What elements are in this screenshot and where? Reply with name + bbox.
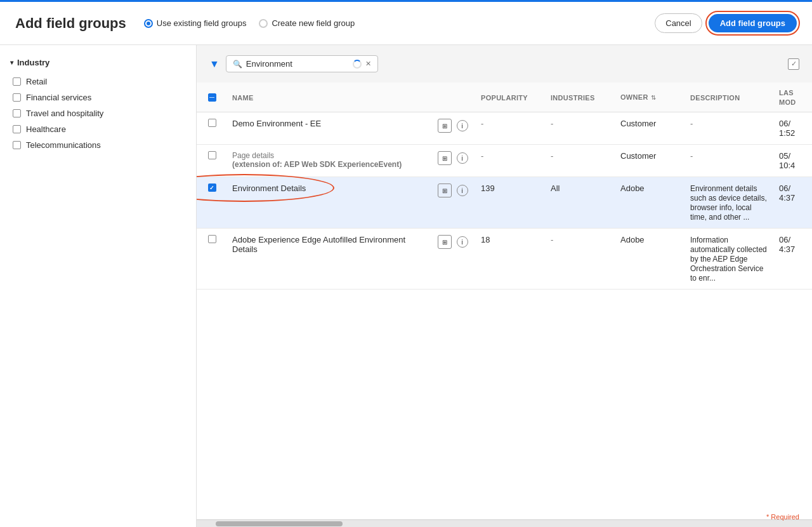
owner-sort-icon[interactable]: ⇅ <box>651 94 656 101</box>
row2-info-icon[interactable]: i <box>457 185 468 196</box>
radio-group: Use existing field groups Create new fie… <box>144 18 655 28</box>
table-row: Page details (extension of: AEP Web SDK … <box>197 145 812 177</box>
sidebar-section-label: Industry <box>17 58 49 67</box>
row2-oval-wrapper <box>208 183 216 192</box>
add-field-groups-button[interactable]: Add field groups <box>709 14 797 32</box>
table-row: Environment Details ⊞ i 139 All Adobe <box>197 177 812 229</box>
row1-last: 05/ 10:4 <box>774 151 812 170</box>
travel-label: Travel and hospitality <box>26 109 103 118</box>
row1-info-icon[interactable]: i <box>457 152 468 164</box>
row3-icons: ⊞ i <box>438 235 476 249</box>
col-description-label: DESCRIPTION <box>690 94 740 102</box>
row1-name-sub: (extension of: AEP Web SDK ExperienceEve… <box>232 160 433 169</box>
row0-icons: ⊞ i <box>438 119 476 133</box>
col-industries-label: INDUSTRIES <box>551 94 595 102</box>
row1-schema-icon[interactable]: ⊞ <box>438 151 452 165</box>
sidebar: ▾ Industry Retail Financial services Tra… <box>0 45 197 527</box>
search-icon: 🔍 <box>233 60 242 69</box>
scrollbar-thumb[interactable] <box>216 521 343 526</box>
row2-checkbox[interactable] <box>208 183 216 192</box>
header-last-col: LAS MOD <box>774 88 812 107</box>
row0-name-col: Demo Environment - EE <box>227 119 438 128</box>
row1-popularity: - <box>476 151 546 161</box>
row0-name: Demo Environment - EE <box>232 119 433 128</box>
sidebar-item-healthcare[interactable]: Healthcare <box>10 121 186 137</box>
retail-checkbox[interactable] <box>13 77 21 86</box>
chevron-down-icon: ▾ <box>10 59 13 66</box>
telecom-checkbox[interactable] <box>13 141 21 149</box>
sidebar-item-telecom[interactable]: Telecommunications <box>10 137 186 153</box>
header-actions: Cancel Add field groups <box>655 13 797 33</box>
row3-check-col <box>197 235 227 243</box>
financial-label: Financial services <box>26 93 91 102</box>
row1-check-col <box>197 151 227 159</box>
travel-checkbox[interactable] <box>13 109 21 117</box>
main-content: ▾ Industry Retail Financial services Tra… <box>0 45 812 527</box>
row0-popularity: - <box>476 119 546 128</box>
radio-new[interactable]: Create new field group <box>259 18 355 28</box>
row0-description: - <box>685 119 774 128</box>
row3-owner: Adobe <box>615 235 685 244</box>
row0-check-col <box>197 119 227 127</box>
row2-name-col: Environment Details <box>227 183 438 193</box>
required-text: * Required <box>766 513 799 521</box>
row3-name-col: Adobe Experience Edge Autofilled Environ… <box>227 235 438 254</box>
row0-checkbox[interactable] <box>208 119 216 127</box>
sidebar-section-industry[interactable]: ▾ Industry <box>10 58 186 67</box>
sidebar-item-financial[interactable]: Financial services <box>10 90 186 105</box>
table-row: Adobe Experience Edge Autofilled Environ… <box>197 229 812 290</box>
header-popularity-col: POPULARITY <box>476 93 546 102</box>
select-all-wrapper <box>788 58 799 70</box>
telecom-label: Telecommunications <box>26 140 101 150</box>
horizontal-scrollbar[interactable] <box>197 519 812 527</box>
retail-label: Retail <box>26 77 47 86</box>
header-check-col <box>197 93 227 102</box>
row1-owner: Customer <box>615 151 685 161</box>
col-name-label: NAME <box>232 94 254 102</box>
right-panel: ▼ 🔍 ✕ NAME <box>197 45 812 527</box>
sidebar-item-retail[interactable]: Retail <box>10 74 186 90</box>
header: Add field groups Use existing field grou… <box>0 2 812 45</box>
row1-checkbox[interactable] <box>208 151 216 159</box>
row2-check-col <box>197 183 227 192</box>
row1-icons: ⊞ i <box>438 151 476 165</box>
radio-existing-circle <box>144 19 153 28</box>
row3-name: Adobe Experience Edge Autofilled Environ… <box>232 235 433 254</box>
search-bar: 🔍 ✕ <box>226 55 378 72</box>
add-button-wrapper: Add field groups <box>709 14 797 32</box>
row2-popularity: 139 <box>476 183 546 193</box>
radio-new-label: Create new field group <box>272 18 355 28</box>
table: NAME POPULARITY INDUSTRIES OWNER ⇅ DESCR… <box>197 83 812 519</box>
header-name-col: NAME <box>227 93 438 102</box>
row2-schema-icon[interactable]: ⊞ <box>438 183 452 197</box>
row3-schema-icon[interactable]: ⊞ <box>438 235 452 249</box>
clear-search-icon[interactable]: ✕ <box>365 60 371 68</box>
col-last-label: LAS MOD <box>779 89 796 106</box>
row1-name: Page details <box>232 151 433 160</box>
header-checkbox[interactable] <box>208 93 216 102</box>
radio-existing[interactable]: Use existing field groups <box>144 18 247 28</box>
row0-info-icon[interactable]: i <box>457 120 468 131</box>
row3-last: 06/ 4:37 <box>774 235 812 254</box>
radio-new-circle <box>259 19 268 28</box>
sidebar-item-travel[interactable]: Travel and hospitality <box>10 105 186 121</box>
panel-toolbar: ▼ 🔍 ✕ <box>197 45 812 83</box>
row3-info-icon[interactable]: i <box>457 236 468 248</box>
row0-schema-icon[interactable]: ⊞ <box>438 119 452 133</box>
row3-checkbox[interactable] <box>208 235 216 243</box>
row2-last: 06/ 4:37 <box>774 183 812 203</box>
healthcare-checkbox[interactable] <box>13 125 21 133</box>
row2-owner: Adobe <box>615 183 685 193</box>
row2-name: Environment Details <box>232 183 433 193</box>
select-all-checkbox[interactable] <box>788 58 799 70</box>
page-title: Add field groups <box>15 15 126 32</box>
row0-last: 06/ 1:52 <box>774 119 812 138</box>
radio-existing-label: Use existing field groups <box>157 18 247 28</box>
financial-checkbox[interactable] <box>13 93 21 102</box>
search-input[interactable] <box>246 59 349 69</box>
cancel-button[interactable]: Cancel <box>655 13 702 33</box>
row1-industries: - <box>546 151 615 161</box>
filter-icon[interactable]: ▼ <box>209 58 219 70</box>
row2-icons: ⊞ i <box>438 183 476 197</box>
col-popularity-label: POPULARITY <box>481 94 528 102</box>
